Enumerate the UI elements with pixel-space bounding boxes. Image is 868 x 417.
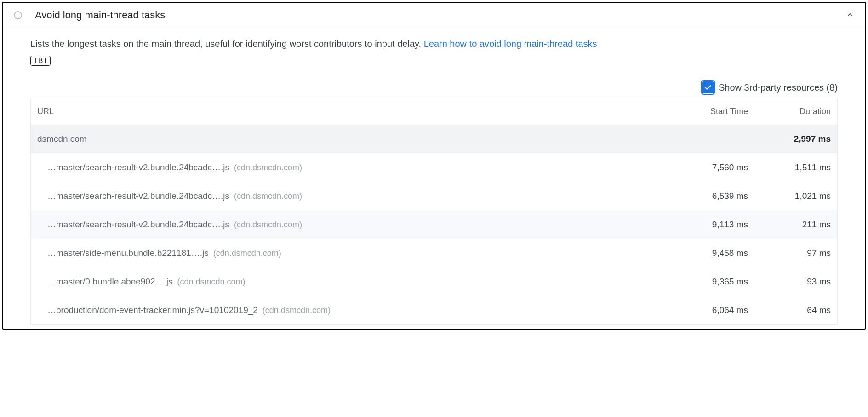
- row-url: …master/search-result-v2.bundle.24bcadc……: [47, 220, 665, 230]
- third-party-toggle-row: Show 3rd-party resources (8): [30, 81, 838, 93]
- audit-panel: Avoid long main-thread tasks Lists the l…: [2, 2, 866, 330]
- chevron-up-icon: [846, 11, 854, 20]
- row-duration: 97 ms: [748, 248, 831, 258]
- row-path: …master/0.bundle.abee902….js: [47, 277, 173, 287]
- row-path: …master/search-result-v2.bundle.24bcadc……: [47, 191, 229, 201]
- audit-content: Lists the longest tasks on the main thre…: [3, 28, 865, 325]
- table-row[interactable]: …master/search-result-v2.bundle.24bcadc……: [31, 182, 837, 210]
- row-duration: 1,511 ms: [748, 162, 831, 173]
- header-url: URL: [37, 107, 665, 116]
- row-url: …production/dom-event-tracker.min.js?v=1…: [47, 305, 665, 315]
- row-duration: 211 ms: [748, 220, 831, 230]
- table-group-row[interactable]: dsmcdn.com 2,997 ms: [31, 125, 837, 153]
- row-path: …master/search-result-v2.bundle.24bcadc……: [47, 220, 229, 230]
- row-host: (cdn.dsmcdn.com): [234, 191, 302, 201]
- table-row[interactable]: …production/dom-event-tracker.min.js?v=1…: [31, 296, 837, 324]
- header-duration: Duration: [748, 107, 831, 116]
- row-url: …master/search-result-v2.bundle.24bcadc……: [47, 162, 665, 173]
- row-duration: 64 ms: [748, 305, 831, 315]
- row-host: (cdn.dsmcdn.com): [177, 277, 246, 287]
- row-start-time: 9,113 ms: [665, 220, 748, 230]
- table-row[interactable]: …master/side-menu.bundle.b221181….js(cdn…: [31, 239, 837, 267]
- row-path: …master/side-menu.bundle.b221181….js: [47, 248, 209, 258]
- table-header-row: URL Start Time Duration: [31, 98, 837, 125]
- table-row[interactable]: …master/search-result-v2.bundle.24bcadc……: [31, 153, 837, 182]
- row-path: …master/search-result-v2.bundle.24bcadc……: [47, 162, 229, 173]
- group-total: 2,997 ms: [748, 134, 831, 144]
- status-circle-icon: [14, 11, 22, 19]
- row-start-time: 9,365 ms: [665, 277, 748, 287]
- row-start-time: 6,539 ms: [665, 191, 748, 201]
- row-url: …master/0.bundle.abee902….js(cdn.dsmcdn.…: [47, 277, 665, 287]
- learn-more-link[interactable]: Learn how to avoid long main-thread task…: [424, 39, 597, 49]
- row-duration: 93 ms: [748, 277, 831, 287]
- audit-header[interactable]: Avoid long main-thread tasks: [3, 3, 865, 28]
- description-text: Lists the longest tasks on the main thre…: [30, 39, 424, 49]
- table-row[interactable]: …master/0.bundle.abee902….js(cdn.dsmcdn.…: [31, 267, 837, 296]
- tasks-table: URL Start Time Duration dsmcdn.com 2,997…: [30, 98, 838, 325]
- checkmark-icon: [704, 83, 712, 92]
- group-name: dsmcdn.com: [37, 134, 665, 144]
- audit-description: Lists the longest tasks on the main thre…: [30, 36, 838, 51]
- row-url: …master/side-menu.bundle.b221181….js(cdn…: [47, 248, 665, 258]
- audit-title: Avoid long main-thread tasks: [35, 9, 846, 21]
- row-start-time: 6,064 ms: [665, 305, 748, 315]
- row-host: (cdn.dsmcdn.com): [234, 220, 302, 230]
- row-path: …production/dom-event-tracker.min.js?v=1…: [47, 305, 258, 315]
- tbt-badge: TBT: [30, 56, 51, 66]
- row-url: …master/search-result-v2.bundle.24bcadc……: [47, 191, 665, 201]
- group-start: [665, 134, 748, 144]
- third-party-label: Show 3rd-party resources (8): [719, 82, 838, 93]
- row-start-time: 9,458 ms: [665, 248, 748, 258]
- row-host: (cdn.dsmcdn.com): [263, 306, 331, 315]
- header-start-time: Start Time: [665, 107, 748, 116]
- table-row[interactable]: …master/search-result-v2.bundle.24bcadc……: [31, 210, 837, 239]
- row-duration: 1,021 ms: [748, 191, 831, 201]
- row-start-time: 7,560 ms: [665, 162, 748, 173]
- third-party-checkbox[interactable]: [702, 81, 714, 93]
- row-host: (cdn.dsmcdn.com): [234, 163, 302, 173]
- row-host: (cdn.dsmcdn.com): [213, 249, 281, 258]
